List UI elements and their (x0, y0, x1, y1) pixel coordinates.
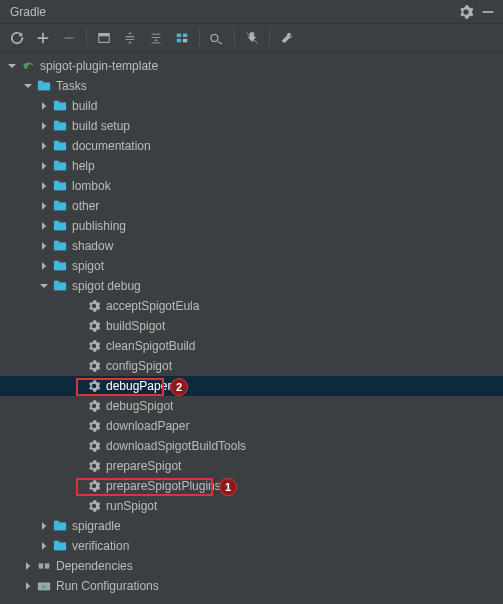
settings-icon[interactable] (457, 3, 475, 21)
svg-rect-4 (177, 33, 181, 37)
svg-rect-19 (54, 183, 66, 191)
folder-icon (52, 538, 68, 554)
expand-all-icon[interactable] (92, 26, 116, 50)
refresh-icon[interactable] (5, 26, 29, 50)
task-group-spigot-debug[interactable]: spigot debug (0, 276, 503, 296)
task-group[interactable]: shadow (0, 236, 503, 256)
group-tasks-icon[interactable] (170, 26, 194, 50)
task-group[interactable]: build (0, 96, 503, 116)
task-group[interactable]: spigradle (0, 516, 503, 536)
task-group-label: documentation (72, 139, 151, 153)
gradle-task[interactable]: cleanSpigotBuild (0, 336, 503, 356)
task-group-label: lombok (72, 179, 111, 193)
chevron-right-icon[interactable] (38, 260, 50, 272)
folder-icon (52, 218, 68, 234)
chevron-right-icon[interactable] (38, 240, 50, 252)
svg-rect-25 (54, 243, 66, 251)
gradle-task[interactable]: downloadSpigotBuildTools (0, 436, 503, 456)
gear-icon (86, 358, 102, 374)
svg-rect-23 (54, 223, 66, 231)
tasks-node[interactable]: Tasks (0, 76, 503, 96)
gear-icon (86, 378, 102, 394)
chevron-down-icon[interactable] (38, 280, 50, 292)
task-group[interactable]: build setup (0, 116, 503, 136)
chevron-right-icon[interactable] (22, 580, 34, 592)
task-group-label: build (72, 99, 97, 113)
task-group-label: spigradle (72, 519, 121, 533)
folder-icon (52, 118, 68, 134)
task-group[interactable]: other (0, 196, 503, 216)
task-group[interactable]: spigot (0, 256, 503, 276)
gradle-task[interactable]: debugPaper (0, 376, 503, 396)
chevron-right-icon[interactable] (38, 160, 50, 172)
add-icon[interactable] (31, 26, 55, 50)
remove-icon[interactable] (57, 26, 81, 50)
task-group[interactable]: publishing (0, 216, 503, 236)
run-configs-node[interactable]: Run Configurations (0, 576, 503, 596)
gradle-task[interactable]: prepareSpigotPlugins (0, 476, 503, 496)
run-config-icon[interactable] (205, 26, 229, 50)
collapse-all-icon[interactable] (118, 26, 142, 50)
chevron-right-icon[interactable] (22, 560, 34, 572)
folder-icon (52, 158, 68, 174)
chevron-down-icon[interactable] (22, 80, 34, 92)
svg-rect-9 (38, 83, 50, 91)
run-configs-label: Run Configurations (56, 579, 159, 593)
toolbar-divider (86, 29, 87, 47)
chevron-right-icon[interactable] (38, 520, 50, 532)
build-icon[interactable] (275, 26, 299, 50)
svg-rect-15 (54, 143, 66, 151)
svg-rect-30 (54, 281, 59, 284)
project-root[interactable]: spigot-plugin-template (0, 56, 503, 76)
svg-rect-24 (54, 221, 59, 224)
task-label: debugSpigot (106, 399, 173, 413)
gradle-task[interactable]: downloadPaper (0, 416, 503, 436)
gradle-task[interactable]: acceptSpigotEula (0, 296, 503, 316)
folder-icon (52, 278, 68, 294)
chevron-right-icon[interactable] (38, 220, 50, 232)
chevron-right-icon[interactable] (38, 120, 50, 132)
gradle-task[interactable]: runSpigot (0, 496, 503, 516)
gear-icon (86, 438, 102, 454)
task-label: acceptSpigotEula (106, 299, 199, 313)
folder-icon (52, 178, 68, 194)
minimize-icon[interactable] (479, 3, 497, 21)
svg-point-8 (211, 34, 218, 41)
show-tasks-icon[interactable] (144, 26, 168, 50)
toolbar-divider (269, 29, 270, 47)
svg-rect-31 (54, 523, 66, 531)
gradle-task[interactable]: configSpigot (0, 356, 503, 376)
run-configs-icon (36, 578, 52, 594)
panel-header: Gradle (0, 0, 503, 24)
gradle-task[interactable]: buildSpigot (0, 316, 503, 336)
gear-icon (86, 498, 102, 514)
svg-rect-5 (183, 33, 187, 37)
chevron-right-icon[interactable] (38, 200, 50, 212)
gear-icon (86, 318, 102, 334)
task-label: downloadPaper (106, 419, 189, 433)
task-group[interactable]: documentation (0, 136, 503, 156)
gradle-task[interactable]: debugSpigot (0, 396, 503, 416)
chevron-right-icon[interactable] (38, 540, 50, 552)
task-group[interactable]: help (0, 156, 503, 176)
dependencies-label: Dependencies (56, 559, 133, 573)
folder-icon (52, 518, 68, 534)
chevron-right-icon[interactable] (38, 180, 50, 192)
svg-rect-17 (54, 163, 66, 171)
chevron-right-icon[interactable] (38, 140, 50, 152)
svg-rect-36 (45, 563, 49, 568)
gear-icon (86, 398, 102, 414)
task-group[interactable]: verification (0, 536, 503, 556)
task-label: prepareSpigotPlugins (106, 479, 221, 493)
chevron-right-icon[interactable] (38, 100, 50, 112)
task-label: buildSpigot (106, 319, 165, 333)
svg-rect-26 (54, 241, 59, 244)
dependencies-node[interactable]: Dependencies (0, 556, 503, 576)
task-group-label: publishing (72, 219, 126, 233)
task-group[interactable]: lombok (0, 176, 503, 196)
gradle-task[interactable]: prepareSpigot (0, 456, 503, 476)
svg-rect-14 (54, 121, 59, 124)
svg-rect-3 (99, 33, 110, 36)
chevron-down-icon[interactable] (6, 60, 18, 72)
offline-mode-icon[interactable] (240, 26, 264, 50)
